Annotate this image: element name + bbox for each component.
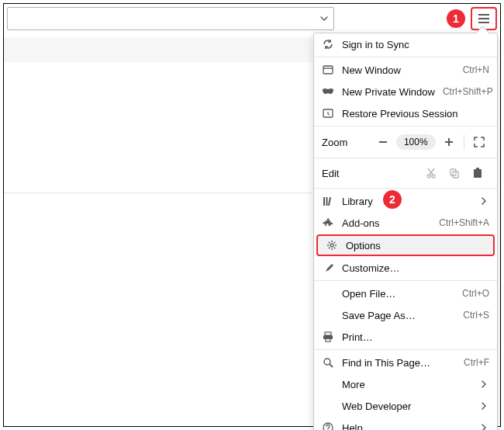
menu-addons[interactable]: Add-ons Ctrl+Shift+A	[314, 212, 497, 234]
svg-rect-15	[323, 197, 325, 206]
menu-options[interactable]: Options	[316, 234, 495, 256]
svg-rect-16	[326, 197, 328, 206]
chevron-right-icon	[480, 424, 489, 430]
svg-rect-17	[328, 197, 331, 206]
search-icon	[322, 356, 334, 369]
menu-customize[interactable]: Customize…	[314, 257, 497, 279]
menu-new-private-window[interactable]: New Private Window Ctrl+Shift+P	[314, 81, 497, 102]
minus-icon	[378, 137, 388, 147]
menu-separator	[314, 280, 497, 281]
svg-point-10	[432, 175, 435, 178]
urlbar-dropdown-icon[interactable]	[319, 14, 329, 23]
svg-point-9	[427, 175, 430, 178]
zoom-separator	[464, 134, 464, 150]
menu-separator	[314, 349, 497, 350]
paintbrush-icon	[322, 262, 334, 274]
svg-point-22	[324, 359, 330, 365]
svg-rect-3	[323, 66, 333, 74]
zoom-in-button[interactable]	[439, 131, 459, 153]
chevron-right-icon	[480, 380, 489, 388]
copy-button[interactable]	[443, 162, 466, 184]
svg-point-18	[330, 244, 333, 247]
menu-library[interactable]: Library	[314, 190, 497, 212]
menu-separator	[314, 188, 497, 189]
svg-rect-6	[379, 141, 387, 143]
menu-shortcut: Ctrl+S	[463, 310, 489, 321]
menu-label: Help	[342, 422, 472, 431]
menu-label: New Private Window	[342, 86, 435, 98]
window-icon	[322, 64, 334, 76]
sync-icon	[322, 38, 334, 50]
menu-separator	[314, 158, 497, 158]
svg-rect-0	[478, 14, 489, 16]
svg-line-23	[330, 364, 333, 367]
plus-icon	[444, 137, 454, 147]
app-menu-popup: Sign in to Sync New Window Ctrl+N New Pr…	[313, 33, 498, 430]
hamburger-icon	[478, 13, 490, 24]
puzzle-icon	[322, 217, 334, 229]
menu-open-file[interactable]: Open File… Ctrl+O	[314, 283, 497, 304]
menu-label: Open File…	[342, 288, 454, 300]
library-icon	[322, 195, 334, 207]
menu-label: Options	[346, 240, 485, 251]
cut-icon	[426, 168, 437, 179]
menu-shortcut: Ctrl+O	[462, 288, 489, 299]
fullscreen-icon	[474, 137, 485, 147]
fullscreen-button[interactable]	[469, 131, 489, 153]
menu-label: Customize…	[342, 262, 489, 274]
zoom-out-button[interactable]	[373, 131, 393, 153]
menu-new-window[interactable]: New Window Ctrl+N	[314, 59, 497, 81]
page-header-area	[4, 37, 312, 62]
menu-separator	[314, 57, 497, 57]
svg-rect-13	[474, 169, 482, 178]
menu-print[interactable]: Print…	[314, 326, 497, 348]
annotation-marker-1: 1	[447, 9, 465, 28]
chevron-right-icon	[480, 197, 489, 205]
menu-more[interactable]: More	[314, 373, 497, 395]
annotation-marker-2: 2	[383, 190, 402, 209]
menu-find[interactable]: Find in This Page… Ctrl+F	[314, 352, 497, 373]
gear-icon	[326, 239, 338, 251]
chevron-right-icon	[480, 402, 489, 410]
paste-icon	[473, 168, 482, 179]
menu-label: New Window	[342, 64, 455, 76]
paste-button[interactable]	[466, 162, 489, 184]
menu-restore-session[interactable]: Restore Previous Session	[314, 102, 497, 124]
menu-label: Print…	[342, 331, 489, 343]
svg-rect-14	[476, 168, 479, 170]
restore-icon	[322, 107, 334, 120]
svg-rect-8	[448, 138, 450, 146]
help-icon	[322, 421, 334, 430]
svg-rect-1	[478, 18, 489, 19]
menu-edit-row: Edit	[314, 160, 497, 186]
edit-label: Edit	[322, 168, 376, 179]
menu-shortcut: Ctrl+F	[464, 357, 489, 368]
zoom-label: Zoom	[322, 137, 373, 148]
mask-icon	[322, 85, 334, 98]
page-divider	[4, 192, 312, 193]
menu-shortcut: Ctrl+N	[463, 64, 489, 75]
copy-icon	[449, 168, 460, 179]
menu-label: Find in This Page…	[342, 357, 456, 369]
menu-label: More	[342, 379, 472, 390]
menu-label: Web Developer	[342, 401, 472, 412]
zoom-percent[interactable]: 100%	[396, 134, 436, 150]
menu-label: Add-ons	[342, 217, 431, 229]
menu-label: Restore Previous Session	[342, 108, 489, 120]
cut-button[interactable]	[419, 162, 443, 184]
menu-label: Save Page As…	[342, 310, 455, 321]
url-bar[interactable]	[7, 7, 334, 30]
print-icon	[322, 331, 334, 343]
menu-shortcut: Ctrl+Shift+A	[439, 217, 489, 228]
menu-shortcut: Ctrl+Shift+P	[443, 86, 493, 97]
menu-label: Library	[342, 196, 472, 207]
menu-web-developer[interactable]: Web Developer	[314, 395, 497, 417]
menu-label: Sign in to Sync	[342, 39, 489, 50]
svg-rect-2	[478, 22, 489, 23]
svg-rect-19	[325, 332, 331, 335]
menu-save-page-as[interactable]: Save Page As… Ctrl+S	[314, 304, 497, 326]
menu-sign-in-sync[interactable]: Sign in to Sync	[314, 33, 497, 55]
menu-separator	[314, 126, 497, 127]
menu-zoom-row: Zoom 100%	[314, 128, 497, 156]
menu-help[interactable]: Help	[314, 417, 497, 430]
